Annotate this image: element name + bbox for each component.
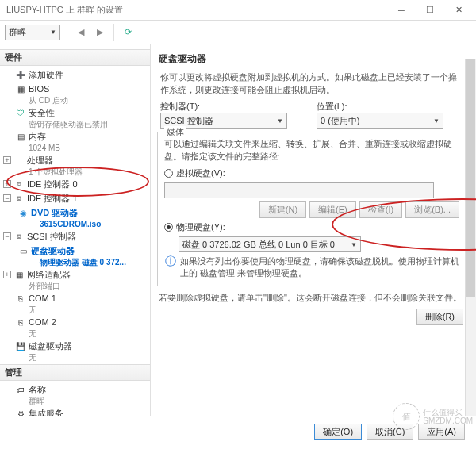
node-name[interactable]: 🏷名称 [0, 382, 150, 397]
tag-icon: 🏷 [15, 384, 26, 395]
vm-selector-value: 群晖 [9, 26, 26, 38]
minimize-button[interactable]: ─ [387, 2, 416, 18]
vm-selector[interactable]: 群晖 ▼ [5, 25, 60, 40]
node-hdd[interactable]: ▭硬盘驱动器 [0, 244, 150, 258]
expand-icon[interactable]: + [3, 180, 11, 188]
node-name-sub: 群晖 [0, 397, 150, 406]
node-com1[interactable]: ⎘COM 1 [0, 291, 150, 305]
radio-virtual-disk[interactable]: 虚拟硬盘(V): [164, 167, 459, 179]
forward-icon[interactable]: ▶ [93, 25, 107, 40]
node-security[interactable]: 🛡安全性 [0, 106, 150, 120]
node-services[interactable]: ⚙集成服务 [0, 406, 150, 416]
controller-icon: ⧈ [13, 193, 25, 204]
chip-icon: ▦ [15, 83, 26, 94]
delete-description: 若要删除虚拟硬盘，请单击"删除"。这会断开磁盘连接，但不会删除关联文件。 [159, 291, 465, 304]
node-bios-sub: 从 CD 启动 [0, 96, 150, 106]
node-com1-sub: 无 [0, 305, 150, 315]
chevron-down-icon: ▼ [50, 29, 56, 36]
node-hdd-sub: 物理驱动器 磁盘 0 372... [0, 258, 150, 267]
node-cpu-sub: 1 个虚拟处理器 [0, 167, 150, 177]
divider [113, 24, 114, 41]
physical-disk-select[interactable]: 磁盘 0 3726.02 GB 总线 0 Lun 0 目标 0▼ [178, 236, 361, 252]
delete-button[interactable]: 删除(R) [416, 309, 463, 325]
node-com2[interactable]: ⎘COM 2 [0, 315, 150, 329]
node-floppy-sub: 无 [0, 353, 150, 363]
radio-icon [164, 223, 173, 232]
node-ide1[interactable]: −⧈IDE 控制器 1 [0, 191, 150, 205]
node-floppy[interactable]: 💾磁盘驱动器 [0, 339, 150, 353]
maximize-button[interactable]: ☐ [416, 2, 444, 18]
chevron-down-icon: ▼ [351, 241, 357, 248]
media-description: 可以通过编辑关联文件来压缩、转换、扩展、合并、重新连接或收缩虚拟硬盘。请指定该文… [164, 137, 459, 163]
radio-physical-disk[interactable]: 物理硬盘(Y): [164, 221, 459, 233]
node-ide0[interactable]: +⧈IDE 控制器 0 [0, 177, 150, 191]
node-bios[interactable]: ▦BIOS [0, 82, 150, 96]
controller-icon: ⧈ [13, 231, 25, 242]
content-pane: 硬盘驱动器 你可以更改将虚拟硬盘附加到虚拟机的方式。如果此磁盘上已经安装了一个操… [151, 44, 476, 416]
hardware-tree[interactable]: 硬件 ➕添加硬件 ▦BIOS 从 CD 启动 🛡安全性 密钥存储驱动器已禁用 ▤… [0, 44, 151, 416]
info-icon: ⓘ [164, 255, 177, 267]
floppy-icon: 💾 [15, 340, 26, 351]
new-button: 新建(N) [259, 201, 306, 218]
toolbar: 群晖 ▼ ◀ ▶ ⟳ [0, 21, 476, 44]
description: 你可以更改将虚拟硬盘附加到虚拟机的方式。如果此磁盘上已经安装了一个操作系统，则更… [160, 71, 463, 96]
edit-button: 编辑(E) [309, 201, 356, 218]
node-dvd[interactable]: ◉DVD 驱动器 [0, 205, 150, 220]
inspect-button: 检查(I) [359, 201, 402, 218]
close-button[interactable]: ✕ [444, 2, 473, 18]
controller-label: 控制器(T): [160, 102, 200, 111]
com-icon: ⎘ [15, 293, 26, 304]
vhd-path-input [164, 182, 434, 198]
collapse-icon[interactable]: − [3, 194, 11, 202]
expand-icon[interactable]: + [3, 271, 11, 278]
scrollbar-thumb[interactable] [466, 59, 475, 297]
media-legend: 媒体 [164, 126, 186, 138]
service-icon: ⚙ [15, 408, 26, 416]
node-security-sub: 密钥存储驱动器已禁用 [0, 120, 150, 129]
window-title: LIUSPY-HTPC 上 群晖 的设置 [6, 4, 123, 16]
com-icon: ⎘ [15, 317, 26, 328]
watermark-badge: 值 [393, 403, 420, 430]
chevron-down-icon: ▼ [433, 117, 440, 125]
browse-button: 浏览(B)... [405, 201, 459, 218]
node-memory-sub: 1024 MB [0, 144, 150, 153]
watermark: 值 什么值得买SMZDM.COM [393, 403, 473, 430]
add-hardware[interactable]: ➕添加硬件 [0, 67, 150, 82]
disc-icon: ◉ [17, 207, 29, 218]
chevron-down-icon: ▼ [277, 117, 283, 125]
scrollbar[interactable] [465, 59, 476, 416]
shield-icon: 🛡 [15, 107, 26, 118]
radio-icon [164, 169, 173, 178]
network-icon: ▦ [13, 269, 25, 280]
media-fieldset: 媒体 可以通过编辑关联文件来压缩、转换、扩展、合并、重新连接或收缩虚拟硬盘。请指… [157, 132, 466, 286]
page-title: 硬盘驱动器 [159, 52, 468, 66]
node-scsi[interactable]: −⧈SCSI 控制器 [0, 229, 150, 244]
ok-button[interactable]: 确定(O) [314, 424, 362, 440]
node-cpu[interactable]: +□处理器 [0, 153, 150, 167]
info-note: ⓘ 如果没有列出你要使用的物理硬盘，请确保该磁盘脱机。使用物理计算机上的 磁盘管… [164, 255, 459, 279]
location-label: 位置(L): [317, 102, 347, 111]
node-memory[interactable]: ▤内存 [0, 129, 150, 144]
node-com2-sub: 无 [0, 329, 150, 339]
node-network-sub: 外部端口 [0, 282, 150, 291]
location-select[interactable]: 0 (使用中)▼ [317, 113, 443, 129]
node-network[interactable]: +▦网络适配器 [0, 267, 150, 282]
node-dvd-sub: 3615CDROM.iso [0, 220, 150, 229]
refresh-icon[interactable]: ⟳ [121, 25, 135, 40]
hdd-icon: ▭ [17, 245, 29, 256]
section-hardware: 硬件 [0, 49, 150, 66]
back-icon[interactable]: ◀ [74, 25, 88, 40]
window-controls: ─ ☐ ✕ [387, 2, 473, 18]
cpu-icon: □ [13, 155, 25, 166]
controller-icon: ⧈ [13, 178, 25, 190]
memory-icon: ▤ [15, 131, 26, 142]
section-management: 管理 [0, 364, 150, 381]
divider [67, 24, 67, 41]
titlebar: LIUSPY-HTPC 上 群晖 的设置 ─ ☐ ✕ [0, 0, 476, 21]
expand-icon[interactable]: + [3, 156, 11, 164]
collapse-icon[interactable]: − [3, 232, 11, 240]
